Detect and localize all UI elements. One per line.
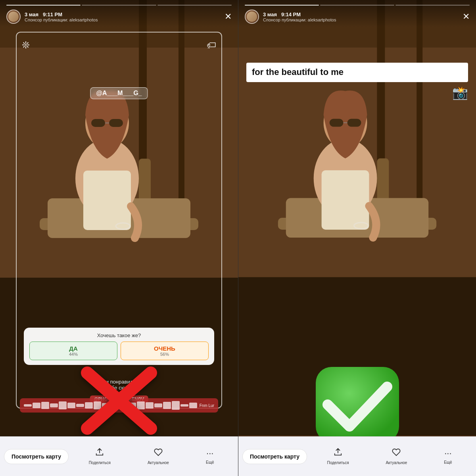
right-progress-bar-2 (320, 5, 394, 6)
right-progress-bar-1 (245, 5, 319, 6)
red-x-mark (79, 365, 159, 436)
right-toolbar: Посмотреть карту Поделиться Актуальное (238, 436, 476, 476)
right-story-header: 3 мая 9:14 PM Спонсор публикации: aleksa… (238, 0, 476, 27)
left-toolbar-actions: Поделиться Актуальное ··· Ещё (69, 448, 234, 465)
left-story-panel: 3 мая 9:11 PM Спонсор публикации: aleksa… (0, 0, 238, 476)
right-more-icon: ··· (444, 448, 451, 459)
wave-bar-20 (189, 403, 197, 408)
share-icon (95, 448, 104, 459)
right-more-label: Ещё (444, 460, 452, 464)
right-avatar[interactable] (245, 10, 259, 24)
right-progress-bars (245, 5, 470, 6)
left-username: 3 мая 9:11 PM (25, 12, 221, 17)
poll-option-very[interactable]: ОЧЕНЬ 56% (121, 342, 209, 360)
right-sponsor: Спонсор публикации: aleksartphotos (263, 17, 459, 22)
wave-bar-19 (180, 404, 188, 407)
poll-option-yes[interactable]: ДА 44% (29, 342, 117, 360)
right-story-panel: 3 мая 9:14 PM Спонсор публикации: aleksa… (238, 0, 476, 476)
left-story-header: 3 мая 9:11 PM Спонсор публикации: aleksa… (0, 0, 238, 27)
left-user-meta: 3 мая 9:11 PM Спонсор публикации: aleksa… (25, 12, 221, 22)
progress-bar-2 (82, 5, 156, 6)
poll-question: Хочешь такое же? (29, 332, 209, 338)
right-user-info: 3 мая 9:14 PM Спонсор публикации: aleksa… (245, 10, 470, 24)
right-close-button[interactable]: ✕ (463, 12, 470, 21)
right-toolbar-actions: Поделиться Актуальное ··· Ещё (307, 448, 472, 465)
right-progress-bar-3 (395, 5, 470, 6)
wave-bar-4 (50, 403, 58, 407)
wave-bar-2 (33, 403, 40, 408)
svg-rect-30 (347, 119, 361, 127)
right-username: 3 мая 9:14 PM (263, 12, 459, 17)
poll-very-label: ОЧЕНЬ (123, 345, 206, 352)
left-avatar[interactable] (6, 10, 21, 24)
progress-bar-3 (157, 5, 232, 6)
green-check-mark (314, 365, 401, 444)
left-user-info: 3 мая 9:11 PM Спонсор публикации: aleksa… (6, 10, 232, 24)
frame-stickers: ❊ 🏷 (0, 40, 238, 51)
sticker-right-icon: 🏷 (207, 40, 216, 51)
svg-rect-32 (322, 170, 369, 230)
poll-yes-pct: 44% (32, 352, 115, 357)
sticker-left-icon: ❊ (22, 40, 30, 51)
wave-bar-3 (41, 402, 49, 409)
svg-rect-29 (330, 119, 344, 127)
left-toolbar: Посмотреть карту Поделиться Актуальное (0, 436, 238, 476)
poll-yes-label: ДА (32, 345, 115, 352)
progress-bars (6, 5, 232, 6)
right-more-action[interactable]: ··· Ещё (444, 448, 452, 464)
share-label: Поделиться (89, 461, 111, 465)
more-label: Ещё (206, 460, 214, 464)
left-highlight-action[interactable]: Актуальное (148, 448, 169, 465)
music-logo-text: Fnm Lur (200, 403, 214, 408)
caption-text: for the beautiful to me (246, 63, 468, 82)
wave-bar-17 (163, 402, 171, 409)
right-share-action[interactable]: Поделиться (327, 448, 349, 465)
camera-sticker: 📸 (452, 85, 468, 100)
more-icon: ··· (206, 448, 213, 459)
highlight-label: Актуальное (148, 461, 169, 465)
left-share-action[interactable]: Поделиться (89, 448, 111, 465)
progress-bar-1 (6, 5, 81, 6)
avatar-face (8, 12, 19, 22)
right-highlight-action[interactable]: Актуальное (386, 448, 407, 465)
wave-bar-6 (67, 403, 75, 408)
wave-bar-1 (24, 404, 32, 407)
right-share-label: Поделиться (327, 461, 349, 465)
right-map-button[interactable]: Посмотреть карту (242, 449, 307, 464)
wave-bar-5 (59, 401, 67, 409)
poll-very-pct: 56% (123, 352, 206, 357)
left-close-button[interactable]: ✕ (225, 12, 232, 21)
right-heart-icon (392, 448, 401, 459)
heart-icon (154, 448, 163, 459)
left-more-action[interactable]: ··· Ещё (206, 448, 214, 464)
wave-bar-18 (172, 401, 180, 410)
right-share-icon (334, 448, 342, 459)
left-map-button[interactable]: Посмотреть карту (4, 449, 69, 464)
poll-widget[interactable]: Хочешь такое же? ДА 44% ОЧЕНЬ 56% (24, 328, 214, 365)
left-sponsor: Спонсор публикации: aleksartphotos (25, 17, 221, 22)
mention-tag[interactable]: @А___М___G_ (90, 87, 148, 99)
right-highlight-label: Актуальное (386, 461, 407, 465)
right-avatar-face (247, 12, 257, 22)
poll-options: ДА 44% ОЧЕНЬ 56% (29, 342, 209, 360)
right-user-meta: 3 мая 9:14 PM Спонсор публикации: aleksa… (263, 12, 459, 22)
